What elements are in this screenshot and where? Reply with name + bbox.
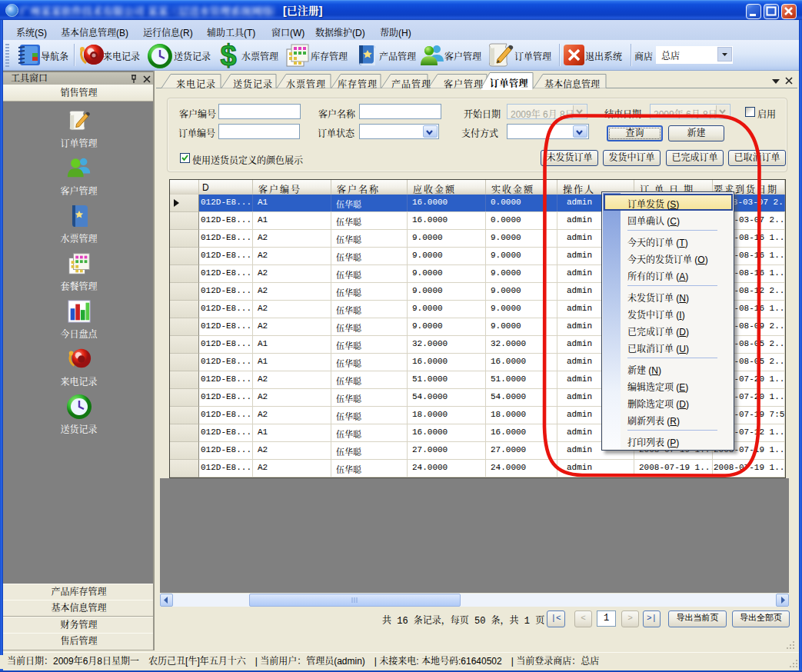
svg-text:$: $	[220, 42, 236, 70]
